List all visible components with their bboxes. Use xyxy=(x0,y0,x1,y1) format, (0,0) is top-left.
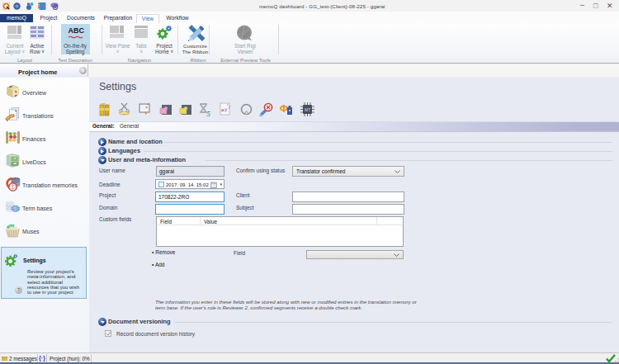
svg-text:MT: MT xyxy=(305,107,310,112)
svg-text:Φ: Φ xyxy=(280,103,288,115)
svg-text:5: 5 xyxy=(207,110,210,117)
